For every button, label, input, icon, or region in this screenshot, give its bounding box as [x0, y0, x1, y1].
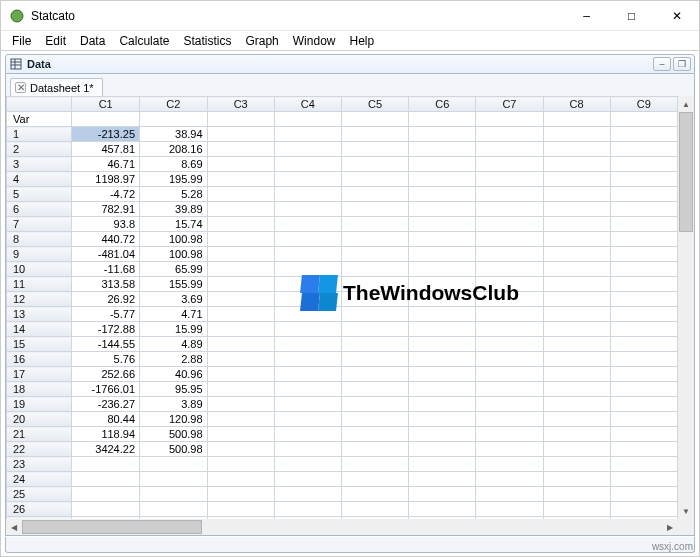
cell[interactable]: [543, 487, 610, 502]
menu-help[interactable]: Help: [342, 32, 381, 50]
cell[interactable]: [341, 487, 408, 502]
row-header[interactable]: 21: [7, 427, 72, 442]
cell[interactable]: 155.99: [140, 277, 208, 292]
cell[interactable]: [274, 127, 341, 142]
cell[interactable]: [341, 442, 408, 457]
cell[interactable]: [274, 307, 341, 322]
cell[interactable]: [610, 487, 677, 502]
cell[interactable]: [476, 157, 543, 172]
cell[interactable]: [274, 142, 341, 157]
cell[interactable]: [409, 427, 476, 442]
cell[interactable]: [341, 187, 408, 202]
menu-graph[interactable]: Graph: [238, 32, 285, 50]
cell[interactable]: [341, 202, 408, 217]
row-header[interactable]: 13: [7, 307, 72, 322]
row-header[interactable]: 24: [7, 472, 72, 487]
menu-statistics[interactable]: Statistics: [176, 32, 238, 50]
cell[interactable]: -4.72: [72, 187, 140, 202]
cell[interactable]: [207, 292, 274, 307]
cell[interactable]: [341, 292, 408, 307]
col-header-c7[interactable]: C7: [476, 97, 543, 112]
cell[interactable]: [341, 367, 408, 382]
cell[interactable]: 118.94: [72, 427, 140, 442]
cell[interactable]: [476, 457, 543, 472]
cell[interactable]: [207, 322, 274, 337]
cell[interactable]: 4.89: [140, 337, 208, 352]
cell[interactable]: [610, 217, 677, 232]
cell[interactable]: [476, 127, 543, 142]
cell[interactable]: [274, 292, 341, 307]
cell[interactable]: [274, 172, 341, 187]
cell[interactable]: [207, 217, 274, 232]
cell[interactable]: 100.98: [140, 232, 208, 247]
cell[interactable]: [341, 232, 408, 247]
menu-edit[interactable]: Edit: [38, 32, 73, 50]
cell[interactable]: [543, 142, 610, 157]
cell[interactable]: [274, 352, 341, 367]
cell[interactable]: [341, 157, 408, 172]
cell[interactable]: [610, 382, 677, 397]
cell[interactable]: [207, 187, 274, 202]
cell[interactable]: [207, 262, 274, 277]
cell[interactable]: [140, 472, 208, 487]
row-header[interactable]: 16: [7, 352, 72, 367]
row-header[interactable]: 25: [7, 487, 72, 502]
cell[interactable]: [409, 457, 476, 472]
cell[interactable]: 3.69: [140, 292, 208, 307]
cell[interactable]: 15.99: [140, 322, 208, 337]
menu-data[interactable]: Data: [73, 32, 112, 50]
row-header[interactable]: 5: [7, 187, 72, 202]
cell[interactable]: [274, 322, 341, 337]
cell[interactable]: [409, 412, 476, 427]
cell[interactable]: [409, 397, 476, 412]
cell[interactable]: 252.66: [72, 367, 140, 382]
cell[interactable]: [543, 187, 610, 202]
cell[interactable]: [610, 127, 677, 142]
row-header[interactable]: 22: [7, 442, 72, 457]
cell[interactable]: 208.16: [140, 142, 208, 157]
tab-datasheet[interactable]: ✕ Datasheet 1*: [10, 78, 103, 96]
cell[interactable]: [72, 457, 140, 472]
cell[interactable]: [610, 142, 677, 157]
cell[interactable]: [409, 202, 476, 217]
scroll-right-icon[interactable]: ▶: [662, 519, 678, 535]
cell[interactable]: [610, 427, 677, 442]
cell[interactable]: [409, 142, 476, 157]
row-header[interactable]: 6: [7, 202, 72, 217]
cell[interactable]: [476, 202, 543, 217]
row-header[interactable]: 10: [7, 262, 72, 277]
cell[interactable]: [274, 247, 341, 262]
cell[interactable]: [274, 277, 341, 292]
inner-restore-button[interactable]: ❐: [673, 57, 691, 71]
cell[interactable]: [140, 502, 208, 517]
cell[interactable]: 782.91: [72, 202, 140, 217]
cell[interactable]: [409, 277, 476, 292]
cell[interactable]: 100.98: [140, 247, 208, 262]
row-header[interactable]: 17: [7, 367, 72, 382]
row-header-var[interactable]: Var: [7, 112, 72, 127]
var-cell[interactable]: [476, 112, 543, 127]
cell[interactable]: 1198.97: [72, 172, 140, 187]
cell[interactable]: 38.94: [140, 127, 208, 142]
col-header-c4[interactable]: C4: [274, 97, 341, 112]
cell[interactable]: [610, 397, 677, 412]
cell[interactable]: [543, 427, 610, 442]
cell[interactable]: 3424.22: [72, 442, 140, 457]
cell[interactable]: [274, 202, 341, 217]
row-header[interactable]: 18: [7, 382, 72, 397]
cell[interactable]: [274, 487, 341, 502]
cell[interactable]: [274, 367, 341, 382]
cell[interactable]: [543, 472, 610, 487]
cell[interactable]: 5.76: [72, 352, 140, 367]
cell[interactable]: -144.55: [72, 337, 140, 352]
inner-minimize-button[interactable]: –: [653, 57, 671, 71]
cell[interactable]: [476, 412, 543, 427]
cell[interactable]: 195.99: [140, 172, 208, 187]
cell[interactable]: 46.71: [72, 157, 140, 172]
cell[interactable]: [207, 412, 274, 427]
cell[interactable]: [409, 307, 476, 322]
cell[interactable]: [476, 367, 543, 382]
cell[interactable]: [610, 157, 677, 172]
cell[interactable]: [341, 277, 408, 292]
cell[interactable]: 93.8: [72, 217, 140, 232]
